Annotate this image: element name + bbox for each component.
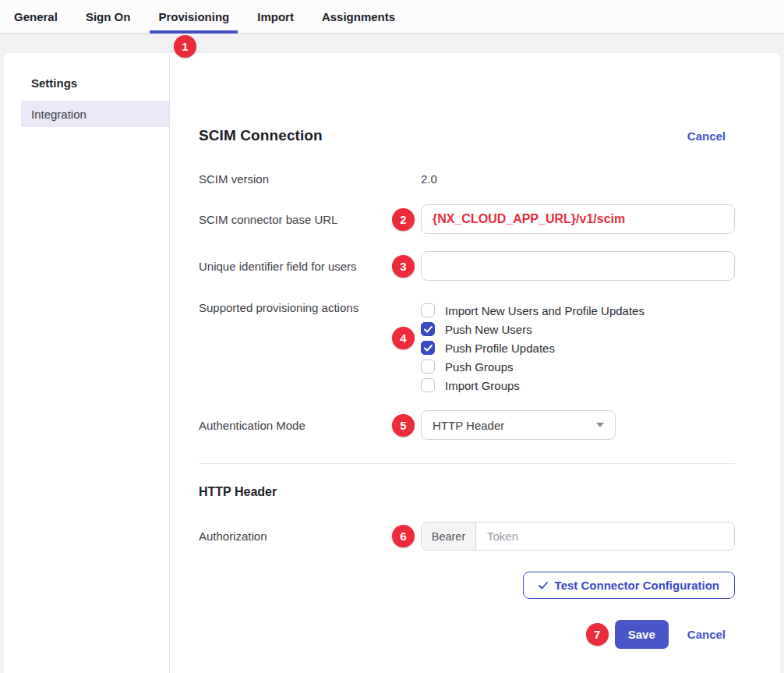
unique-identifier-row: Unique identifier field for users 3 — [199, 251, 735, 281]
test-connector-button[interactable]: Test Connector Configuration — [523, 572, 735, 599]
tab-sign-on[interactable]: Sign On — [77, 0, 139, 33]
provisioning-card: Settings Integration SCIM Connection Can… — [4, 53, 780, 673]
option-push-profile-updates[interactable]: Push Profile Updates — [421, 338, 645, 357]
step-badge-1: 1 — [174, 35, 196, 58]
step-badge-4: 4 — [392, 327, 415, 349]
tab-assignments[interactable]: Assignments — [313, 0, 404, 33]
provisioning-actions-label: Supported provisioning actions — [199, 301, 392, 314]
checkbox-push-groups[interactable] — [421, 360, 435, 374]
option-import-groups[interactable]: Import Groups — [421, 376, 645, 395]
auth-mode-selected-value: HTTP Header — [433, 419, 504, 432]
sidebar-item-integration[interactable]: Integration — [21, 101, 169, 127]
step-badge-2: 2 — [392, 208, 415, 231]
cancel-link-bottom[interactable]: Cancel — [687, 628, 726, 641]
cancel-link-top[interactable]: Cancel — [687, 129, 726, 143]
base-url-input[interactable] — [421, 204, 735, 234]
checkbox-push-new-users[interactable] — [421, 322, 435, 336]
check-icon — [424, 326, 433, 333]
check-icon — [539, 582, 548, 590]
auth-mode-row: Authentication Mode 5 HTTP Header — [199, 410, 735, 440]
page-title: SCIM Connection — [199, 127, 323, 144]
authorization-input-group: Bearer — [421, 522, 735, 551]
option-label: Push Groups — [445, 360, 514, 374]
scim-version-value: 2.0 — [421, 172, 437, 186]
scim-version-row: SCIM version 2.0 — [199, 172, 735, 186]
section-divider — [199, 463, 735, 464]
step-badge-6: 6 — [392, 525, 415, 547]
http-header-section-title: HTTP Header — [199, 485, 735, 499]
token-input[interactable] — [476, 522, 734, 550]
tab-general[interactable]: General — [5, 0, 66, 33]
step-badge-5: 5 — [392, 414, 415, 437]
auth-mode-select[interactable]: HTTP Header — [421, 410, 616, 440]
option-label: Import New Users and Profile Updates — [445, 304, 645, 317]
test-connector-label: Test Connector Configuration — [555, 579, 719, 592]
checkbox-push-profile-updates[interactable] — [421, 341, 435, 355]
test-connector-row: Test Connector Configuration — [199, 572, 735, 599]
option-push-new-users[interactable]: Push New Users — [421, 320, 645, 338]
authorization-row: Authorization 6 Bearer — [199, 522, 735, 551]
provisioning-actions-list: Import New Users and Profile Updates Pus… — [421, 301, 645, 395]
step-badge-3: 3 — [392, 255, 415, 278]
bearer-prefix: Bearer — [422, 522, 476, 550]
unique-identifier-input[interactable] — [421, 251, 735, 281]
tab-provisioning[interactable]: Provisioning — [150, 0, 238, 33]
option-import-new-users[interactable]: Import New Users and Profile Updates — [421, 301, 645, 320]
option-label: Push New Users — [445, 323, 532, 336]
scim-connection-form: SCIM Connection Cancel SCIM version 2.0 … — [170, 53, 780, 673]
caret-down-icon — [596, 423, 604, 427]
base-url-row: SCIM connector base URL 2 — [199, 204, 735, 234]
scim-version-label: SCIM version — [199, 172, 392, 186]
unique-identifier-label: Unique identifier field for users — [199, 260, 392, 273]
save-cancel-row: 7 Save Cancel — [199, 620, 735, 649]
option-label: Import Groups — [445, 379, 520, 392]
save-button[interactable]: Save — [615, 620, 669, 649]
checkbox-import-groups[interactable] — [421, 378, 435, 392]
authorization-label: Authorization — [199, 530, 392, 543]
sidebar-header: Settings — [4, 76, 169, 101]
checkbox-import-new-users[interactable] — [421, 303, 435, 317]
base-url-label: SCIM connector base URL — [199, 213, 392, 226]
app-tab-bar: General Sign On Provisioning Import Assi… — [0, 0, 784, 34]
provisioning-actions-row: Supported provisioning actions 4 Import … — [199, 301, 735, 395]
check-icon — [424, 345, 433, 352]
tab-import[interactable]: Import — [249, 0, 302, 33]
option-push-groups[interactable]: Push Groups — [421, 357, 645, 376]
settings-sidebar: Settings Integration — [4, 53, 170, 673]
option-label: Push Profile Updates — [445, 342, 555, 355]
auth-mode-label: Authentication Mode — [199, 419, 392, 432]
step-badge-7: 7 — [586, 623, 609, 646]
